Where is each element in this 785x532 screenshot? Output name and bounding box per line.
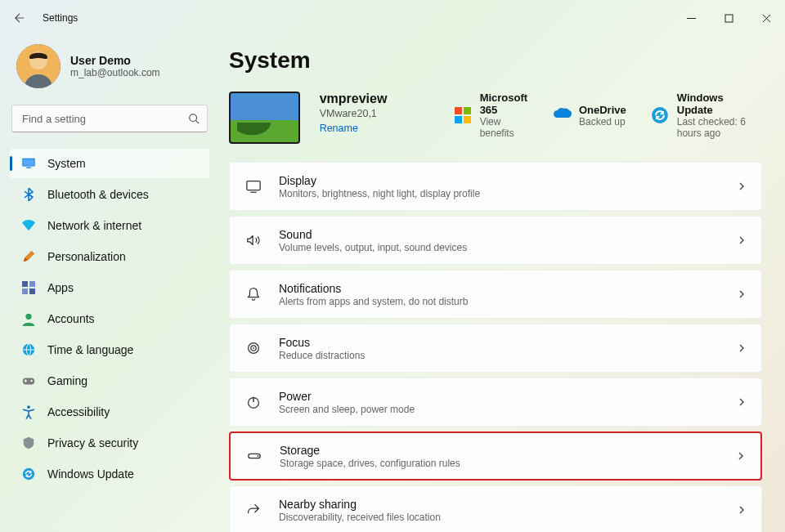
svg-point-16 bbox=[23, 468, 34, 480]
update-icon bbox=[651, 106, 669, 124]
row-title: Display bbox=[279, 174, 480, 187]
sidebar-item-label: System bbox=[47, 157, 86, 170]
sidebar-item-label: Network & internet bbox=[47, 219, 141, 232]
device-name: vmpreview bbox=[320, 92, 434, 106]
svg-rect-7 bbox=[22, 281, 28, 287]
minimize-button[interactable] bbox=[672, 5, 710, 31]
sidebar-item-windows-update[interactable]: Windows Update bbox=[10, 459, 209, 489]
row-sub: Discoverability, received files location bbox=[279, 512, 441, 523]
search-input[interactable] bbox=[11, 105, 208, 132]
sidebar-item-system[interactable]: System bbox=[10, 149, 209, 178]
svg-rect-5 bbox=[23, 159, 34, 166]
sidebar-item-bluetooth[interactable]: Bluetooth & devices bbox=[10, 180, 209, 209]
svg-rect-9 bbox=[22, 288, 28, 294]
notifications-icon bbox=[244, 285, 262, 303]
bluetooth-icon bbox=[21, 187, 36, 202]
row-sub: Volume levels, output, input, sound devi… bbox=[279, 242, 467, 253]
maximize-button[interactable] bbox=[710, 5, 747, 31]
chevron-right-icon bbox=[737, 289, 747, 299]
device-header: vmpreview VMware20,1 Rename Microsoft 36… bbox=[229, 92, 762, 144]
focus-icon bbox=[244, 339, 262, 357]
svg-rect-20 bbox=[464, 116, 471, 123]
row-nearby-sharing[interactable]: Nearby sharingDiscoverability, received … bbox=[229, 485, 762, 532]
accessibility-icon bbox=[21, 405, 36, 419]
svg-point-14 bbox=[30, 380, 32, 382]
row-sub: Storage space, drives, configuration rul… bbox=[280, 458, 460, 469]
sidebar: User Demo m_lab@outlook.com System Bluet… bbox=[0, 36, 219, 532]
row-sub: Screen and sleep, power mode bbox=[279, 404, 415, 415]
sidebar-item-gaming[interactable]: Gaming bbox=[10, 366, 209, 396]
back-arrow-icon bbox=[14, 12, 25, 24]
sidebar-item-label: Time & language bbox=[47, 343, 133, 356]
row-sub: Reduce distractions bbox=[279, 350, 365, 361]
tile-sub: Backed up bbox=[579, 116, 626, 127]
sidebar-item-personalization[interactable]: Personalization bbox=[10, 242, 209, 271]
desktop-preview bbox=[229, 92, 300, 144]
row-notifications[interactable]: NotificationsAlerts from apps and system… bbox=[229, 270, 762, 319]
profile-block[interactable]: User Demo m_lab@outlook.com bbox=[10, 36, 209, 101]
search-icon bbox=[188, 113, 200, 124]
privacy-icon bbox=[21, 436, 36, 450]
tile-title: Microsoft 365 bbox=[480, 92, 528, 116]
tile-windows-update[interactable]: Windows UpdateLast checked: 6 hours ago bbox=[651, 92, 762, 139]
row-power[interactable]: PowerScreen and sleep, power mode bbox=[229, 378, 762, 427]
accounts-icon bbox=[21, 311, 36, 326]
sidebar-item-network[interactable]: Network & internet bbox=[10, 211, 209, 240]
tile-title: Windows Update bbox=[677, 92, 762, 116]
page-title: System bbox=[229, 47, 762, 74]
svg-point-21 bbox=[652, 107, 668, 123]
search-wrap bbox=[11, 105, 208, 132]
device-model: VMware20,1 bbox=[320, 108, 434, 119]
content-area: System vmpreview VMware20,1 Rename Micro… bbox=[219, 36, 785, 532]
titlebar: Settings bbox=[0, 0, 785, 36]
svg-point-25 bbox=[253, 347, 254, 349]
tile-onedrive[interactable]: OneDriveBacked up bbox=[553, 92, 626, 139]
sidebar-item-accessibility[interactable]: Accessibility bbox=[10, 397, 209, 427]
svg-point-3 bbox=[190, 114, 197, 122]
tile-sub: Last checked: 6 hours ago bbox=[677, 116, 762, 139]
svg-rect-17 bbox=[455, 107, 462, 114]
svg-point-11 bbox=[25, 314, 31, 320]
sidebar-item-label: Apps bbox=[47, 281, 74, 294]
sidebar-item-label: Privacy & security bbox=[47, 436, 138, 449]
rename-link[interactable]: Rename bbox=[320, 123, 434, 134]
row-sound[interactable]: SoundVolume levels, output, input, sound… bbox=[229, 216, 762, 265]
svg-point-15 bbox=[27, 405, 30, 409]
tile-sub: View benefits bbox=[480, 116, 528, 139]
profile-email: m_lab@outlook.com bbox=[70, 67, 160, 78]
row-title: Storage bbox=[280, 444, 460, 457]
sidebar-item-label: Windows Update bbox=[47, 467, 134, 481]
chevron-right-icon bbox=[737, 397, 747, 407]
svg-rect-0 bbox=[725, 15, 733, 22]
sound-icon bbox=[244, 231, 262, 249]
svg-rect-8 bbox=[29, 281, 35, 287]
sidebar-item-label: Accounts bbox=[47, 312, 95, 325]
row-focus[interactable]: FocusReduce distractions bbox=[229, 324, 762, 373]
tile-microsoft365[interactable]: Microsoft 365View benefits bbox=[454, 92, 528, 139]
row-display[interactable]: DisplayMonitors, brightness, night light… bbox=[229, 162, 762, 211]
profile-name: User Demo bbox=[70, 54, 160, 67]
svg-rect-6 bbox=[26, 168, 30, 168]
settings-list: DisplayMonitors, brightness, night light… bbox=[229, 162, 762, 532]
row-sub: Monitors, brightness, night light, displ… bbox=[279, 188, 480, 199]
back-button[interactable] bbox=[11, 10, 28, 26]
row-title: Notifications bbox=[279, 282, 468, 295]
row-title: Nearby sharing bbox=[279, 498, 441, 511]
sidebar-item-label: Bluetooth & devices bbox=[47, 188, 149, 201]
sidebar-item-time-language[interactable]: Time & language bbox=[10, 335, 209, 364]
svg-rect-22 bbox=[247, 181, 260, 190]
sidebar-nav: System Bluetooth & devices Network & int… bbox=[10, 149, 209, 489]
sidebar-item-accounts[interactable]: Accounts bbox=[10, 304, 209, 333]
chevron-right-icon bbox=[737, 343, 747, 353]
sidebar-item-label: Accessibility bbox=[47, 405, 110, 418]
chevron-right-icon bbox=[736, 451, 746, 461]
close-button[interactable] bbox=[747, 5, 785, 31]
sidebar-item-apps[interactable]: Apps bbox=[10, 273, 209, 302]
sidebar-item-privacy[interactable]: Privacy & security bbox=[10, 428, 209, 458]
chevron-right-icon bbox=[737, 181, 747, 191]
chevron-right-icon bbox=[737, 235, 747, 245]
sidebar-item-label: Personalization bbox=[47, 250, 126, 263]
svg-rect-19 bbox=[455, 116, 462, 123]
row-storage[interactable]: StorageStorage space, drives, configurat… bbox=[229, 431, 762, 481]
apps-icon bbox=[21, 280, 36, 295]
